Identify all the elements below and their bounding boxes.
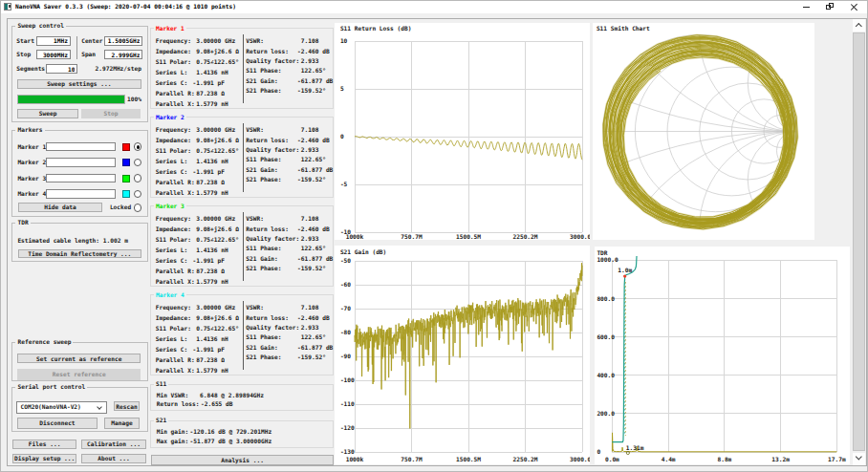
row-value: 7.108 bbox=[301, 304, 319, 311]
hide-data-button[interactable]: Hide data bbox=[18, 203, 101, 212]
chart-title: S21 Gain (dB) bbox=[340, 248, 386, 255]
row-value: -1.991 pF bbox=[192, 257, 225, 264]
chart-s21-gain[interactable]: S21 Gain (dB)-50-60-70-80-90-100-110-120… bbox=[335, 246, 590, 465]
marker-panel-title: Marker 3 bbox=[154, 203, 186, 209]
tdr-button[interactable]: Time Domain Reflectometry ... bbox=[18, 249, 141, 258]
y-tick-label: 200.0 bbox=[597, 410, 615, 417]
row-label: Return loss: bbox=[246, 225, 289, 232]
locked-checkbox[interactable] bbox=[134, 204, 141, 211]
serial-port-value: COM20(NanoVNA-V2) bbox=[20, 403, 80, 410]
stop-button[interactable]: Stop bbox=[81, 109, 141, 118]
marker-data-row: S11 Polar:0.75∠122.65° bbox=[156, 147, 191, 154]
marker-radio[interactable] bbox=[134, 174, 141, 182]
tdr-group-label: TDR bbox=[15, 219, 30, 225]
set-reference-button[interactable]: Set current as reference bbox=[17, 354, 141, 364]
row-label: Series C: bbox=[156, 257, 188, 264]
y-tick-label: 1000.0 bbox=[597, 256, 618, 263]
row-value: 1.4136 nH bbox=[196, 158, 228, 164]
minimize-button[interactable] bbox=[794, 1, 817, 13]
marker-data-row: Parallel R:87.238 Ω bbox=[156, 179, 195, 185]
start-input[interactable] bbox=[36, 36, 71, 46]
marker-panel-title: Marker 4 bbox=[154, 291, 186, 298]
marker-color-swatch[interactable] bbox=[122, 143, 130, 151]
marker-panel-divider bbox=[243, 212, 244, 282]
chart-title: S11 Smith Chart bbox=[597, 25, 650, 32]
marker-input[interactable] bbox=[46, 158, 117, 167]
marker-radio[interactable] bbox=[134, 190, 141, 198]
reset-reference-button[interactable]: Reset reference bbox=[17, 369, 141, 380]
row-value: -120.16 dB @ 729.201MHz bbox=[189, 428, 271, 435]
marker-data-row: S21 Phase:-159.52° bbox=[246, 354, 281, 360]
disconnect-button[interactable]: Disconnect bbox=[17, 418, 98, 429]
marker-row-label: Marker 1 bbox=[17, 142, 46, 152]
marker-radio[interactable] bbox=[134, 142, 141, 150]
span-input[interactable] bbox=[104, 50, 143, 59]
segments-input[interactable] bbox=[46, 64, 77, 74]
tdr-group: TDR Estimated cable length: 1.002 m Time… bbox=[11, 223, 148, 262]
marker-input[interactable] bbox=[46, 174, 117, 183]
x-tick-label: 17.7m bbox=[828, 456, 846, 462]
row-value: 0.75∠122.65° bbox=[196, 325, 239, 332]
sweep-button[interactable]: Sweep bbox=[17, 109, 79, 118]
center-input[interactable] bbox=[104, 36, 143, 46]
chart-s11-smith[interactable]: S11 Smith Chart bbox=[593, 23, 814, 240]
row-label: Impedance: bbox=[156, 137, 191, 143]
row-value: 87.238 Ω bbox=[196, 356, 225, 363]
marker-data-row: Quality factor:2.933 bbox=[246, 57, 299, 64]
row-label: VSWR: bbox=[246, 126, 264, 133]
stop-input[interactable] bbox=[36, 50, 71, 59]
marker-data-row: Impedance:9.08+j26.6 Ω bbox=[156, 314, 191, 321]
tdr-cable-length-dot bbox=[623, 274, 626, 277]
row-label: Return loss: bbox=[246, 137, 289, 143]
s21-info-title: S21 bbox=[154, 417, 168, 423]
marker-color-swatch[interactable] bbox=[122, 159, 130, 166]
scroll-down-arrow[interactable] bbox=[853, 453, 865, 465]
title-bar[interactable]: NanoVNA Saver 0.3.3 (Sweep: 2020-07-04 0… bbox=[1, 1, 867, 13]
serial-port-select[interactable]: COM20(NanoVNA-V2) bbox=[16, 401, 107, 414]
marker-data-row: Frequency:3.00000 GHz bbox=[156, 304, 191, 311]
marker-color-swatch[interactable] bbox=[122, 175, 130, 182]
row-label: Frequency: bbox=[156, 37, 191, 44]
rescan-button[interactable]: Rescan bbox=[114, 401, 140, 412]
row-label: Frequency: bbox=[156, 215, 191, 222]
chart-s11-return-loss[interactable]: S11 Return Loss (dB)1050-5-101000k750.7M… bbox=[335, 23, 590, 240]
row-label: Impedance: bbox=[156, 225, 191, 232]
y-tick-label: -50 bbox=[340, 257, 351, 264]
marker-data-row: S21 Gain:-61.877 dB bbox=[246, 255, 278, 262]
marker-data-row: Quality factor:2.933 bbox=[246, 324, 299, 331]
marker-panel-divider bbox=[243, 123, 244, 193]
maximize-button[interactable] bbox=[818, 1, 841, 13]
center-label: Center bbox=[81, 36, 102, 46]
chart-tdr[interactable]: TDR1000.0800.0600.0400.0200.000.0m4.4m8.… bbox=[595, 247, 850, 465]
marker-data-row: S21 Gain:-61.877 dB bbox=[246, 166, 278, 173]
scroll-up-arrow[interactable] bbox=[853, 19, 865, 32]
row-value: -2.460 dB bbox=[297, 314, 330, 321]
row-value: 2.933 bbox=[301, 324, 319, 331]
scroll-thumb[interactable] bbox=[853, 32, 865, 451]
marker-data-row: S11 Phase:122.65° bbox=[246, 67, 281, 74]
analysis-button[interactable]: Analysis ... bbox=[151, 455, 334, 466]
row-value: 6.848 @ 2.89894GHz bbox=[200, 392, 264, 398]
marker-input[interactable] bbox=[46, 189, 117, 199]
vertical-scrollbar[interactable] bbox=[853, 19, 867, 464]
chart-canvas: S21 Gain (dB)-50-60-70-80-90-100-110-120… bbox=[335, 246, 590, 465]
close-button[interactable] bbox=[842, 1, 865, 13]
about-button[interactable]: About ... bbox=[81, 454, 146, 464]
marker-radio[interactable] bbox=[134, 159, 141, 166]
marker-data-row: Return loss:-2.460 dB bbox=[246, 225, 289, 232]
marker-input[interactable] bbox=[46, 142, 117, 152]
row-value: 3.00000 GHz bbox=[196, 126, 235, 133]
files-button[interactable]: Files ... bbox=[12, 440, 76, 449]
sweep-settings-button[interactable]: Sweep settings ... bbox=[17, 79, 141, 89]
x-tick-label: 2250.2M bbox=[512, 233, 537, 240]
row-value: 7.108 bbox=[301, 126, 319, 133]
marker-color-swatch[interactable] bbox=[122, 190, 130, 198]
row-value: 7.108 bbox=[301, 215, 319, 222]
calibration-button[interactable]: Calibration ... bbox=[81, 440, 146, 449]
row-label: Return loss: bbox=[157, 400, 200, 407]
display-setup-button[interactable]: Display setup ... bbox=[12, 454, 76, 464]
manage-button[interactable]: Manage bbox=[104, 418, 140, 429]
row-label: VSWR: bbox=[246, 215, 264, 222]
row-value: 3.00000 GHz bbox=[196, 215, 235, 222]
row-value: 122.65° bbox=[301, 156, 326, 162]
